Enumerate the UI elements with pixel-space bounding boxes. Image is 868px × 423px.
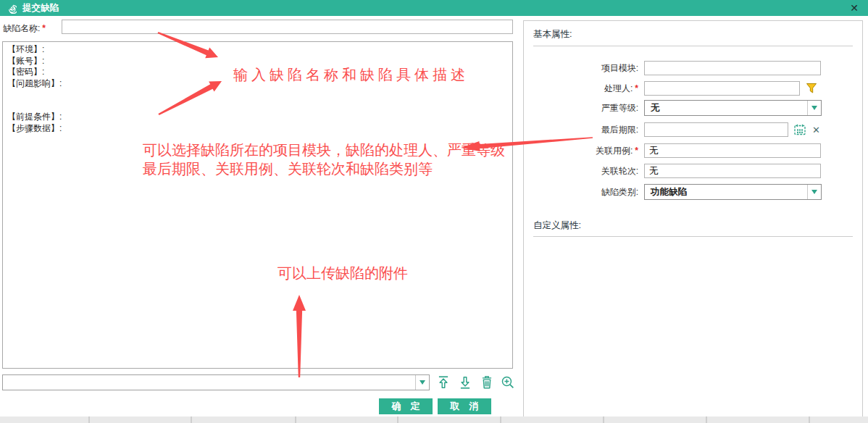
required-mark: *: [635, 83, 638, 93]
field-row-handler: 处理人:*: [524, 81, 818, 96]
app-logo-icon: [6, 3, 17, 14]
related-round-input[interactable]: [644, 164, 821, 178]
defect-type-select-value: 功能缺陷: [645, 186, 687, 198]
severity-select-value: 无: [645, 102, 660, 114]
properties-panel: 基本属性: 项目模块: 处理人:* 严重等级: 无 最后期限: ✕: [523, 20, 863, 418]
clear-date-icon[interactable]: ✕: [812, 125, 820, 135]
background-page-edge: [0, 416, 868, 423]
related-case-input[interactable]: [644, 143, 821, 158]
severity-select-arrowbox[interactable]: [807, 101, 821, 115]
column-divider: [603, 416, 604, 423]
download-icon[interactable]: [458, 375, 472, 390]
module-label-text: 项目模块:: [601, 63, 638, 73]
required-mark: *: [42, 23, 46, 33]
column-divider: [397, 416, 398, 423]
ok-button[interactable]: 确 定: [379, 398, 433, 414]
field-row-related-round: 关联轮次:: [524, 164, 821, 178]
defect-name-label: 缺陷名称:*: [3, 22, 46, 35]
defect-type-label: 缺陷类别:: [524, 186, 638, 198]
deadline-input[interactable]: [644, 122, 788, 137]
chevron-down-icon: [811, 190, 817, 194]
custom-properties-heading: 自定义属性:: [533, 219, 581, 232]
chevron-down-icon: [420, 380, 425, 385]
column-divider: [500, 416, 501, 423]
field-row-severity: 严重等级: 无: [524, 100, 822, 116]
field-row-deadline: 最后期限: ✕: [524, 122, 820, 137]
column-divider: [809, 416, 810, 423]
severity-label: 严重等级:: [524, 102, 638, 114]
annotation-note-name: 输入缺陷名称和缺陷具体描述: [233, 65, 469, 85]
basic-properties-heading: 基本属性:: [533, 28, 572, 41]
calendar-icon[interactable]: [793, 123, 806, 136]
section-divider: [533, 46, 853, 46]
defect-type-select[interactable]: 功能缺陷: [644, 184, 822, 200]
annotation-note-properties: 可以选择缺陷所在的项目模块，缺陷的处理人、严重等级 最后期限、关联用例、关联轮次…: [143, 141, 505, 178]
required-mark: *: [635, 146, 638, 156]
attachment-dropdown[interactable]: [2, 374, 430, 390]
severity-label-text: 严重等级:: [601, 103, 638, 113]
annotation-note-attachment: 可以上传缺陷的附件: [277, 264, 408, 283]
upload-icon[interactable]: [436, 375, 451, 390]
field-row-defect-type: 缺陷类别: 功能缺陷: [524, 184, 822, 200]
related-round-label-text: 关联轮次:: [601, 166, 638, 176]
field-row-module: 项目模块:: [524, 61, 821, 75]
defect-name-label-text: 缺陷名称:: [3, 23, 40, 33]
description-textarea[interactable]: 【环境】: 【账号】: 【密码】: 【问题影响】: 【前提条件】: 【步骤数据】…: [2, 41, 513, 369]
deadline-label-text: 最后期限:: [601, 125, 638, 135]
module-label: 项目模块:: [524, 62, 638, 75]
defect-name-input[interactable]: [62, 20, 513, 34]
zoom-in-icon[interactable]: [501, 375, 515, 390]
section-divider: [533, 236, 853, 237]
attachment-dropdown-arrowbox[interactable]: [415, 375, 429, 390]
column-divider: [706, 416, 707, 423]
column-divider: [191, 416, 192, 423]
module-input[interactable]: [644, 61, 821, 75]
chevron-down-icon: [811, 106, 817, 110]
related-case-label-text: 关联用例:: [596, 146, 633, 156]
handler-label-text: 处理人:: [604, 83, 633, 93]
filter-icon[interactable]: [805, 82, 818, 95]
column-divider: [88, 416, 90, 423]
handler-input[interactable]: [644, 81, 800, 96]
dialog-title: 提交缺陷: [22, 2, 59, 14]
close-icon[interactable]: ✕: [848, 1, 861, 14]
severity-select[interactable]: 无: [644, 100, 822, 116]
defect-type-label-text: 缺陷类别:: [601, 187, 638, 197]
related-round-label: 关联轮次:: [524, 165, 638, 177]
cancel-button[interactable]: 取 消: [438, 398, 491, 414]
handler-label: 处理人:*: [524, 83, 638, 95]
delete-icon[interactable]: [480, 375, 494, 390]
field-row-related-case: 关联用例:*: [524, 143, 821, 158]
dialog-title-bar: 提交缺陷 ✕: [0, 0, 868, 16]
defect-type-select-arrowbox[interactable]: [807, 185, 821, 199]
column-divider: [295, 416, 296, 423]
deadline-label: 最后期限:: [524, 124, 638, 136]
related-case-label: 关联用例:*: [524, 145, 638, 157]
